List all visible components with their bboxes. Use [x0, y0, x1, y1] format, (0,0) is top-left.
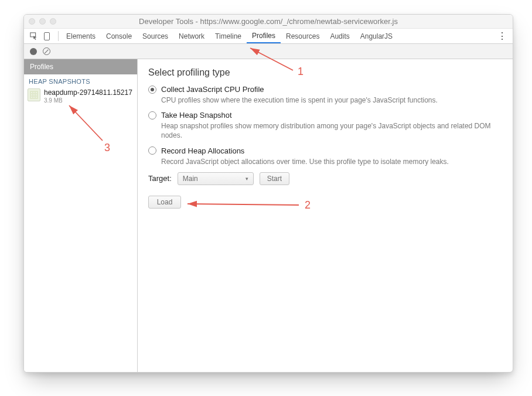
option-cpu-profile[interactable]: Collect JavaScript CPU Profile: [148, 85, 502, 94]
clear-icon[interactable]: [43, 47, 50, 55]
panel-tabs: Elements Console Sources Network Timelin…: [61, 29, 398, 43]
option-cpu-profile-desc: CPU profiles show where the execution ti…: [161, 95, 502, 105]
option-record-allocations[interactable]: Record Heap Allocations: [148, 146, 502, 155]
heap-snapshot-size: 3.9 MB: [44, 97, 132, 104]
profiles-toolbar: [24, 44, 513, 59]
heap-snapshot-icon: [28, 88, 40, 101]
device-mode-icon[interactable]: [44, 32, 50, 40]
titlebar: Developer Tools - https://www.google.com…: [24, 15, 513, 29]
profiles-main: Select profiling type Collect JavaScript…: [138, 59, 513, 372]
heap-snapshot-item[interactable]: heapdump-29714811.15217 3.9 MB: [24, 86, 137, 106]
record-icon[interactable]: [30, 48, 37, 55]
start-button[interactable]: Start: [260, 172, 289, 185]
sidebar-section-heap: HEAP SNAPSHOTS: [24, 74, 137, 86]
tab-console[interactable]: Console: [101, 29, 137, 43]
radio-icon[interactable]: [148, 86, 156, 94]
tab-timeline[interactable]: Timeline: [210, 29, 247, 43]
radio-icon[interactable]: [148, 146, 156, 155]
kebab-menu-icon[interactable]: ⋮: [492, 29, 513, 43]
option-heap-snapshot[interactable]: Take Heap Snapshot: [148, 111, 502, 120]
panel-tabbar: Elements Console Sources Network Timelin…: [24, 29, 513, 44]
heap-snapshot-name: heapdump-29714811.15217: [44, 88, 132, 97]
tab-sources[interactable]: Sources: [137, 29, 173, 43]
load-button[interactable]: Load: [148, 196, 181, 209]
chevron-down-icon: ▾: [245, 176, 248, 182]
profiles-heading: Select profiling type: [148, 67, 502, 78]
tab-network[interactable]: Network: [173, 29, 210, 43]
sidebar-title: Profiles: [24, 59, 137, 74]
inspect-element-icon[interactable]: [30, 32, 38, 40]
svg-rect-0: [30, 32, 36, 36]
target-label: Target:: [148, 174, 172, 183]
tab-angularjs[interactable]: AngularJS: [355, 29, 398, 43]
devtools-window: Developer Tools - https://www.google.com…: [23, 14, 513, 373]
option-record-allocations-desc: Record JavaScript object allocations ove…: [161, 157, 502, 166]
target-select[interactable]: Main ▾: [178, 172, 254, 185]
tab-elements[interactable]: Elements: [61, 29, 101, 43]
radio-icon[interactable]: [148, 111, 156, 120]
tab-audits[interactable]: Audits: [325, 29, 354, 43]
window-title: Developer Tools - https://www.google.com…: [24, 17, 513, 26]
option-heap-snapshot-desc: Heap snapshot profiles show memory distr…: [161, 121, 502, 140]
tab-profiles[interactable]: Profiles: [247, 29, 281, 43]
profiles-sidebar: Profiles HEAP SNAPSHOTS heapdump-2971481…: [24, 59, 138, 372]
tab-resources[interactable]: Resources: [281, 29, 325, 43]
